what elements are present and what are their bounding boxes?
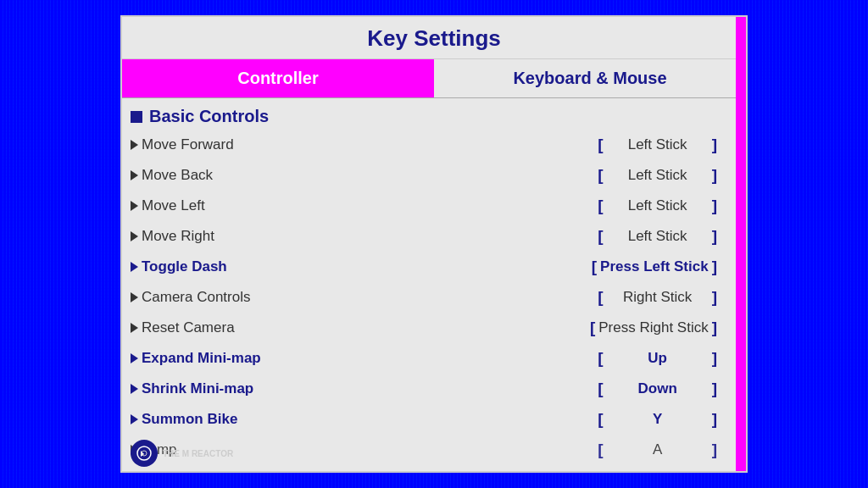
control-binding-highlighted: [ Up ]	[568, 349, 737, 368]
control-label-highlighted: Summon Bike	[131, 411, 237, 428]
control-label: Move Left	[131, 197, 205, 214]
arrow-icon	[131, 231, 138, 241]
table-row[interactable]: Camera Controls [ Right Stick ]	[131, 282, 737, 313]
table-row[interactable]: Move Left [ Left Stick ]	[131, 191, 737, 221]
logo-svg	[136, 445, 153, 462]
control-label: Camera Controls	[131, 289, 251, 306]
logo-icon	[131, 440, 158, 467]
arrow-icon	[131, 140, 138, 150]
table-row[interactable]: Move Right [ Left Stick ]	[131, 221, 737, 252]
table-row[interactable]: Expand Mini-map [ Up ]	[131, 343, 737, 374]
tabs-row: Controller Keyboard & Mouse	[122, 59, 746, 98]
control-label-highlighted: Shrink Mini-map	[131, 380, 253, 397]
arrow-icon	[131, 353, 138, 363]
arrow-icon	[131, 414, 138, 424]
table-row[interactable]: Shrink Mini-map [ Down ]	[131, 374, 737, 404]
control-label-highlighted: Toggle Dash	[131, 258, 227, 275]
arrow-icon	[131, 170, 138, 180]
arrow-icon	[131, 384, 138, 394]
arrow-icon	[131, 323, 138, 333]
table-row[interactable]: Reset Camera [ Press Right Stick ]	[131, 313, 737, 343]
control-binding: [ Left Stick ]	[568, 227, 737, 246]
control-label-highlighted: Expand Mini-map	[131, 350, 261, 367]
table-row[interactable]: Move Back [ Left Stick ]	[131, 160, 737, 191]
control-binding: [ Left Stick ]	[568, 197, 737, 215]
table-row[interactable]: Summon Bike [ Y ]	[131, 404, 737, 435]
section-icon	[131, 111, 142, 123]
tab-controller[interactable]: Controller	[122, 59, 434, 97]
control-binding: [ A ]	[568, 441, 737, 459]
control-label: Move Right	[131, 228, 214, 245]
control-label: Move Forward	[131, 136, 234, 153]
control-binding-highlighted: [ Y ]	[568, 410, 737, 429]
control-binding: [ Left Stick ]	[568, 166, 737, 185]
arrow-icon	[131, 292, 138, 302]
tab-keyboard[interactable]: Keyboard & Mouse	[434, 59, 746, 97]
control-binding: [ Press Right Stick ]	[568, 319, 737, 337]
control-binding-highlighted: [ Press Left Stick ]	[568, 258, 737, 276]
section-header-basic: Basic Controls	[131, 102, 737, 130]
control-binding: [ Right Stick ]	[568, 288, 737, 307]
svg-point-0	[137, 446, 151, 460]
control-label: Reset Camera	[131, 319, 235, 336]
logo-text: THE M REACTOR	[163, 449, 233, 458]
logo-area: THE M REACTOR	[131, 440, 233, 467]
main-panel: Key Settings Controller Keyboard & Mouse…	[120, 15, 748, 473]
control-binding-highlighted: [ Down ]	[568, 380, 737, 398]
table-row[interactable]: Toggle Dash [ Press Left Stick ]	[131, 252, 737, 282]
control-binding: [ Left Stick ]	[568, 136, 737, 154]
arrow-icon	[131, 262, 138, 272]
content-area: Basic Controls Move Forward [ Left Stick…	[122, 98, 746, 469]
page-title: Key Settings	[122, 17, 746, 59]
table-row[interactable]: Move Forward [ Left Stick ]	[131, 130, 737, 160]
arrow-icon	[131, 201, 138, 211]
control-label: Move Back	[131, 167, 213, 184]
